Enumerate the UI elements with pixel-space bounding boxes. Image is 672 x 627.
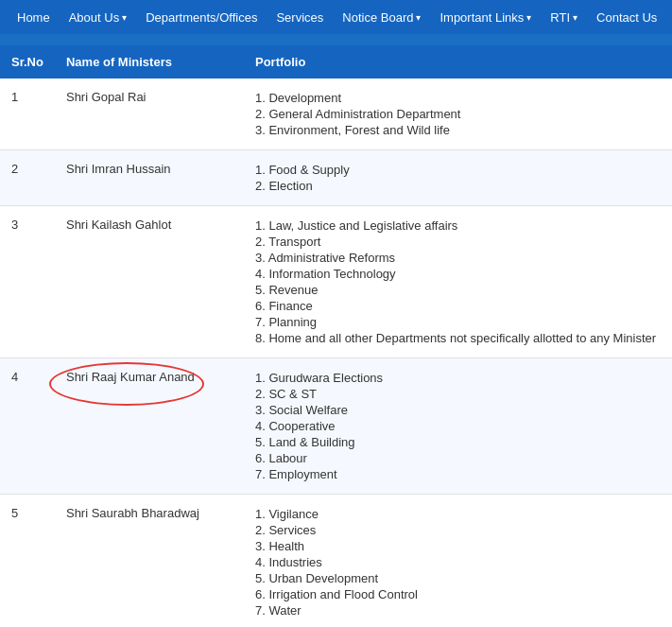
table-row: 5Shri Saurabh Bharadwaj1. Vigilance2. Se…	[0, 495, 672, 628]
cell-portfolio-2: 1. Law, Justice and Legislative affairs2…	[244, 206, 672, 358]
col-header-sr: Sr.No	[0, 45, 55, 78]
cell-sr-3: 3	[0, 206, 55, 358]
portfolio-item: 2. Election	[255, 178, 661, 194]
nav-item-notice-board[interactable]: Notice Board▾	[333, 3, 430, 32]
cell-sr-1: 1	[0, 78, 55, 150]
cell-portfolio-1: 1. Food & Supply2. Election	[244, 150, 672, 206]
cell-portfolio-3: 1. Gurudwara Elections2. SC & ST3. Socia…	[244, 358, 672, 495]
table-row: 2Shri Imran Hussain1. Food & Supply2. El…	[0, 150, 672, 206]
sub-header	[0, 34, 672, 45]
cell-sr-5: 5	[0, 495, 55, 628]
portfolio-item: 7. Water	[255, 602, 661, 618]
dropdown-caret-icon: ▾	[526, 12, 531, 23]
portfolio-item: 5. Urban Development	[255, 570, 661, 586]
col-header-portfolio: Portfolio	[244, 45, 672, 78]
nav-item-home[interactable]: Home	[8, 3, 60, 32]
portfolio-item: 1. Gurudwara Elections	[255, 370, 661, 386]
ministers-table: Sr.No Name of Ministers Portfolio 1Shri …	[0, 45, 672, 627]
portfolio-item: 7. Employment	[255, 466, 661, 482]
portfolio-item: 5. Revenue	[255, 282, 661, 298]
portfolio-item: 1. Development	[255, 90, 661, 106]
portfolio-item: 3. Environment, Forest and Wild life	[255, 122, 661, 138]
portfolio-item: 4. Cooperative	[255, 418, 661, 434]
portfolio-item: 1. Food & Supply	[255, 162, 661, 178]
cell-name-0: Shri Gopal Rai	[55, 78, 244, 150]
dropdown-caret-icon: ▾	[416, 12, 421, 23]
cell-name-4: Shri Saurabh Bharadwaj	[55, 495, 244, 628]
nav-item-about-us[interactable]: About Us▾	[60, 3, 136, 32]
cell-sr-2: 2	[0, 150, 55, 206]
portfolio-item: 2. General Administration Department	[255, 106, 661, 122]
dropdown-caret-icon: ▾	[573, 12, 577, 23]
dropdown-caret-icon: ▾	[122, 12, 127, 23]
portfolio-item: 6. Irrigation and Flood Control	[255, 586, 661, 602]
portfolio-item: 1. Law, Justice and Legislative affairs	[255, 218, 661, 234]
table-row: 1Shri Gopal Rai1. Development2. General …	[0, 78, 672, 150]
navbar: HomeAbout Us▾Departments/OfficesServices…	[0, 0, 672, 34]
table-row: 3Shri Kailash Gahlot1. Law, Justice and …	[0, 206, 672, 358]
cell-name-2: Shri Kailash Gahlot	[55, 206, 244, 358]
portfolio-item: 4. Industries	[255, 554, 661, 570]
portfolio-item: 1. Vigilance	[255, 506, 661, 522]
portfolio-item: 2. Transport	[255, 234, 661, 250]
table-row: 4Shri Raaj Kumar Anand1. Gurudwara Elect…	[0, 358, 672, 495]
minister-name-circled: Shri Raaj Kumar Anand	[66, 370, 195, 384]
portfolio-item: 3. Health	[255, 538, 661, 554]
portfolio-item: 2. SC & ST	[255, 386, 661, 402]
cell-name-1: Shri Imran Hussain	[55, 150, 244, 206]
nav-item-rti[interactable]: RTI▾	[541, 3, 587, 32]
cell-portfolio-4: 1. Vigilance2. Services3. Health4. Indus…	[244, 495, 672, 628]
portfolio-item: 7. Planning	[255, 314, 661, 330]
nav-item-important-links[interactable]: Important Links▾	[430, 3, 541, 32]
cell-sr-4: 4	[0, 358, 55, 495]
portfolio-item: 5. Land & Building	[255, 434, 661, 450]
col-header-name: Name of Ministers	[55, 45, 244, 78]
portfolio-item: 8. Home and all other Departments not sp…	[255, 330, 661, 346]
nav-item-departments/offices[interactable]: Departments/Offices	[136, 3, 267, 32]
nav-item-services[interactable]: Services	[267, 3, 333, 32]
portfolio-item: 6. Labour	[255, 450, 661, 466]
portfolio-item: 6. Finance	[255, 298, 661, 314]
table-body: 1Shri Gopal Rai1. Development2. General …	[0, 78, 672, 627]
cell-name-3: Shri Raaj Kumar Anand	[55, 358, 244, 495]
table-header: Sr.No Name of Ministers Portfolio	[0, 45, 672, 78]
cell-portfolio-0: 1. Development2. General Administration …	[244, 78, 672, 150]
portfolio-item: 4. Information Technology	[255, 266, 661, 282]
portfolio-item: 2. Services	[255, 522, 661, 538]
nav-item-contact-us[interactable]: Contact Us	[587, 3, 666, 32]
portfolio-item: 3. Social Welfare	[255, 402, 661, 418]
portfolio-item: 3. Administrative Reforms	[255, 250, 661, 266]
